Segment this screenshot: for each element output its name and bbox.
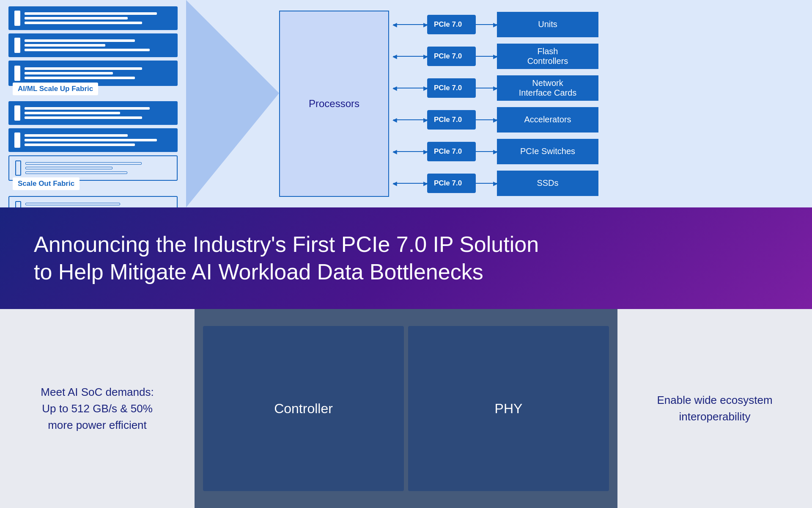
device-ssds: SSDs bbox=[497, 171, 598, 196]
card-4 bbox=[8, 101, 178, 125]
banner-line1: Announcing the Industry's First PCIe 7.0… bbox=[34, 232, 539, 257]
arrow-connector: ◀ ▶ bbox=[393, 51, 427, 61]
card-line bbox=[25, 167, 112, 169]
pcie-badge-ssds: PCIe 7.0 bbox=[427, 174, 476, 193]
card-indicator bbox=[14, 105, 20, 121]
device-nic: NetworkInterface Cards bbox=[497, 75, 598, 101]
phy-box: PHY bbox=[408, 326, 609, 491]
card-line bbox=[25, 67, 142, 70]
device-flash: FlashControllers bbox=[497, 44, 598, 69]
arrow-right: ▶ bbox=[493, 21, 498, 28]
card-indicator bbox=[14, 11, 20, 26]
card-indicator bbox=[14, 38, 20, 53]
arrow-right: ▶ bbox=[423, 85, 428, 91]
processor-label: Processors bbox=[309, 98, 359, 110]
arrow-right: ▶ bbox=[423, 180, 428, 187]
pcie-badge-accel: PCIe 7.0 bbox=[427, 110, 476, 130]
bottom-center-panel: Controller PHY bbox=[195, 309, 617, 508]
card-lines bbox=[25, 107, 172, 119]
card-line bbox=[25, 107, 150, 110]
arrow-right: ▶ bbox=[493, 116, 498, 123]
connector-line bbox=[393, 24, 427, 25]
diagram-section: AI/ML Scale Up Fabric bbox=[0, 0, 812, 207]
connector-line bbox=[393, 183, 427, 184]
banner-line2: to Help Mitigate AI Workload Data Bottle… bbox=[34, 260, 483, 284]
arrow-connector-right: ▶ bbox=[476, 51, 497, 61]
card-2 bbox=[8, 33, 178, 57]
card-line bbox=[25, 77, 135, 79]
card-5 bbox=[8, 128, 178, 152]
banner-section: Announcing the Industry's First PCIe 7.0… bbox=[0, 207, 812, 309]
controller-box: Controller bbox=[203, 326, 404, 491]
pcie-row-nic: ◀ ▶ PCIe 7.0 ▶ NetworkInterface Cards bbox=[393, 74, 808, 102]
processor-box: Processors bbox=[279, 11, 389, 197]
device-switches: PCIe Switches bbox=[497, 139, 598, 164]
arrow-connector: ◀ ▶ bbox=[393, 115, 427, 125]
banner-text: Announcing the Industry's First PCIe 7.0… bbox=[34, 231, 539, 286]
card-lines bbox=[25, 203, 171, 207]
pcie-badge-switches: PCIe 7.0 bbox=[427, 142, 476, 161]
card-line bbox=[25, 112, 120, 114]
arrow-left: ◀ bbox=[392, 53, 397, 60]
pcie-row-accel: ◀ ▶ PCIe 7.0 ▶ Accelerators bbox=[393, 105, 808, 134]
card-lines bbox=[25, 39, 172, 51]
card-line bbox=[25, 134, 128, 137]
device-units: Units bbox=[497, 12, 598, 37]
bottom-section: Meet AI SoC demands: Up to 512 GB/s & 50… bbox=[0, 309, 812, 508]
arrow-connector: ◀ ▶ bbox=[393, 19, 427, 30]
arrow-connector-right: ▶ bbox=[476, 178, 497, 188]
bottom-left-line2: Up to 512 GB/s & 50% bbox=[42, 402, 153, 415]
bottom-left-panel: Meet AI SoC demands: Up to 512 GB/s & 50… bbox=[0, 309, 195, 508]
bottom-left-line1: Meet AI SoC demands: bbox=[41, 386, 154, 398]
card-line bbox=[25, 49, 150, 51]
arrow-right: ▶ bbox=[423, 53, 428, 60]
card-6-scaleout bbox=[8, 155, 178, 181]
card-line bbox=[25, 116, 142, 119]
card-line bbox=[25, 72, 113, 75]
arrow-connector: ◀ ▶ bbox=[393, 146, 427, 157]
arrow-connector: ◀ ▶ bbox=[393, 83, 427, 93]
arrow-left: ◀ bbox=[392, 180, 397, 187]
card-lines bbox=[25, 67, 172, 79]
card-indicator bbox=[14, 133, 20, 148]
funnel-arrow bbox=[186, 0, 279, 207]
connector-line bbox=[393, 56, 427, 57]
arrow-right: ▶ bbox=[423, 21, 428, 28]
arrow-right: ▶ bbox=[423, 148, 428, 155]
bottom-left-line3: more power efficient bbox=[48, 419, 147, 431]
bottom-right-panel: Enable wide ecosystem interoperability bbox=[617, 309, 812, 508]
card-lines bbox=[25, 162, 171, 174]
card-line bbox=[25, 171, 127, 174]
connector-line bbox=[393, 151, 427, 152]
funnel-svg bbox=[186, 0, 279, 207]
arrow-right: ▶ bbox=[493, 53, 498, 60]
arrow-connector: ◀ ▶ bbox=[393, 178, 427, 188]
bottom-right-line1: Enable wide ecosystem bbox=[657, 394, 772, 406]
arrow-right: ▶ bbox=[493, 85, 498, 91]
card-line bbox=[25, 12, 157, 15]
card-line bbox=[25, 162, 142, 165]
arrow-right: ▶ bbox=[423, 116, 428, 123]
card-1 bbox=[8, 6, 178, 30]
arrow-connector-right: ▶ bbox=[476, 146, 497, 157]
arrow-left: ◀ bbox=[392, 116, 397, 123]
scaleout-label: Scale Out Fabric bbox=[13, 177, 80, 190]
aiml-label: AI/ML Scale Up Fabric bbox=[13, 83, 98, 95]
card-line bbox=[25, 203, 120, 205]
arrow-connector-right: ▶ bbox=[476, 115, 497, 125]
connector-line bbox=[393, 119, 427, 120]
arrow-connector-right: ▶ bbox=[476, 83, 497, 93]
card-line bbox=[25, 39, 135, 42]
pcie-row-switches: ◀ ▶ PCIe 7.0 ▶ PCIe Switches bbox=[393, 137, 808, 166]
pcie-row-units: ◀ ▶ PCIe 7.0 ▶ Units bbox=[393, 10, 808, 39]
card-indicator bbox=[15, 160, 21, 176]
arrow-left: ◀ bbox=[392, 148, 397, 155]
card-line bbox=[25, 22, 142, 24]
pcie-badge-flash: PCIe 7.0 bbox=[427, 47, 476, 66]
card-lines bbox=[25, 12, 172, 24]
left-cards-panel: AI/ML Scale Up Fabric bbox=[0, 0, 186, 207]
arrow-left: ◀ bbox=[392, 85, 397, 91]
phy-label: PHY bbox=[495, 401, 523, 417]
bottom-right-line2: interoperability bbox=[679, 410, 750, 423]
pcie-badge-nic: PCIe 7.0 bbox=[427, 78, 476, 98]
